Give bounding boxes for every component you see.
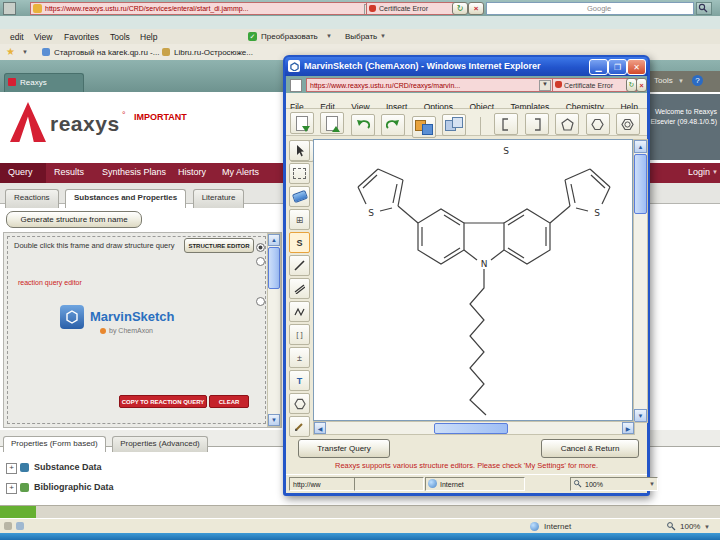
double-bond-tool[interactable] (289, 278, 310, 299)
scroll-up-arrow[interactable]: ▲ (268, 234, 280, 246)
popup-title-bar[interactable]: MarvinSketch (ChemAxon) - Windows Intern… (285, 57, 648, 76)
tab-properties-form[interactable]: Properties (Form based) (3, 436, 106, 452)
single-bond-tool[interactable] (289, 255, 310, 276)
favorite-item-1[interactable]: Стартовый на karek.qp.ru -... (54, 48, 159, 57)
text-tool[interactable]: T (289, 370, 310, 391)
zoom-chevron-icon[interactable]: ▼ (704, 524, 710, 530)
popup-certificate-badge[interactable]: Certificate Error (552, 78, 637, 92)
menu-help[interactable]: Help (140, 32, 157, 42)
bracket-open-template-icon[interactable] (494, 113, 518, 135)
template-3d-icon[interactable] (442, 114, 466, 136)
minimize-button[interactable]: ▁ (589, 59, 608, 75)
address-field[interactable]: https://www.reaxys.ustu.ru/CRD/services/… (30, 2, 378, 15)
favorites-star-icon[interactable]: ★ (6, 46, 15, 57)
login-chevron-icon[interactable]: ▼ (712, 169, 718, 175)
refresh-button[interactable]: ↻ (452, 2, 468, 15)
convert-chevron-icon[interactable]: ▼ (326, 33, 332, 39)
browser-tab-reaxys[interactable]: Reaxys (4, 73, 84, 93)
certificate-error-badge[interactable]: Certificate Error (366, 2, 462, 15)
tools-label[interactable]: Tools (654, 76, 673, 85)
status-zoom-box[interactable]: 100% ▼ (570, 477, 658, 491)
transfer-query-button[interactable]: Transfer Query (298, 439, 390, 458)
redo-icon[interactable] (381, 114, 405, 136)
cancel-return-button[interactable]: Cancel & Return (541, 439, 639, 458)
tools-chevron-icon[interactable]: ▼ (678, 78, 684, 84)
bracket-tool[interactable]: [ ] (289, 324, 310, 345)
maximize-button[interactable]: ❐ (608, 59, 627, 75)
generate-structure-button[interactable]: Generate structure from name (6, 211, 142, 228)
search-box[interactable]: Google (486, 2, 694, 15)
convert-button[interactable]: Преобразовать (261, 32, 318, 41)
structure-query-frame[interactable]: Double click this frame and draw structu… (3, 232, 282, 428)
hscroll-thumb[interactable] (434, 423, 508, 434)
eraser-tool[interactable] (289, 186, 310, 207)
expand-plus-icon[interactable]: + (6, 463, 17, 474)
expand-plus-icon[interactable]: + (6, 483, 17, 494)
stop-button[interactable]: × (468, 2, 484, 15)
import-structure-icon[interactable] (290, 112, 314, 134)
select-tool[interactable] (289, 140, 310, 161)
atom-s-tool[interactable]: S (289, 232, 310, 253)
sub-tab-literature[interactable]: Literature (193, 189, 245, 208)
undo-icon[interactable] (351, 114, 375, 136)
periodic-table-tool[interactable]: ⊞ (289, 209, 310, 230)
sub-tab-reactions[interactable]: Reactions (5, 189, 59, 208)
menu-tools[interactable]: Tools (110, 32, 130, 42)
pencil-tool[interactable] (289, 416, 310, 437)
nav-tab-my-alerts[interactable]: My Alerts (214, 163, 267, 183)
menu-edit[interactable]: edit (10, 32, 24, 42)
vscroll-thumb[interactable] (634, 154, 647, 214)
favorite-item-2[interactable]: Libru.ru-Остросюже... (174, 48, 253, 57)
export-structure-icon[interactable] (320, 112, 344, 134)
radio-option-3[interactable] (256, 297, 265, 306)
cyclohexane-template-icon[interactable] (586, 113, 610, 135)
nav-tab-history[interactable]: History (170, 163, 214, 183)
canvas-vscrollbar[interactable]: ▲ ▼ (633, 139, 648, 423)
close-button[interactable]: ✕ (627, 59, 646, 75)
clear-button[interactable]: CLEAR (209, 395, 249, 408)
login-link[interactable]: Login (688, 167, 710, 177)
scroll-down-arrow[interactable]: ▼ (268, 414, 280, 426)
popup-stop-button[interactable]: × (636, 78, 647, 92)
select-chevron-icon[interactable]: ▼ (380, 33, 386, 39)
favorites-chevron-icon[interactable]: ▼ (22, 49, 28, 55)
scroll-right-arrow[interactable]: ▶ (622, 422, 634, 434)
canvas-hscrollbar[interactable]: ◀ ▶ (313, 421, 635, 435)
help-icon[interactable]: ? (692, 75, 703, 86)
nav-tab-results[interactable]: Results (46, 163, 92, 183)
sub-tab-substances[interactable]: Substances and Properties (65, 189, 186, 208)
status-icon (16, 522, 24, 530)
benzene-template-icon[interactable] (616, 113, 640, 135)
select-button[interactable]: Выбрать (345, 32, 377, 41)
cyclopentane-template-icon[interactable] (555, 113, 579, 135)
popup-address-field[interactable]: https://www.reaxys.ustu.ru/CRD/reaxys/ma… (306, 78, 553, 92)
address-url: https://www.reaxys.ustu.ru/CRD/services/… (45, 5, 248, 12)
charge-tool[interactable]: ± (289, 347, 310, 368)
scroll-left-arrow[interactable]: ◀ (314, 422, 326, 434)
welcome-line1: Welcome to Reaxys (649, 108, 717, 115)
query-frame-scrollbar[interactable]: ▲ ▼ (267, 233, 281, 427)
view-3d-icon[interactable] (412, 116, 436, 138)
status-zoom[interactable]: 100% (680, 522, 700, 531)
copy-to-query-button[interactable]: COPY TO REACTION QUERY (119, 395, 207, 408)
chevron-down-icon[interactable]: ▼ (539, 80, 551, 91)
scroll-up-arrow[interactable]: ▲ (634, 140, 647, 153)
zoom-icon[interactable] (666, 521, 676, 531)
radio-option-1[interactable] (256, 243, 265, 252)
ring-template-tool[interactable] (289, 393, 310, 414)
bracket-close-template-icon[interactable] (525, 113, 549, 135)
zoom-chevron-icon[interactable]: ▼ (649, 481, 655, 487)
tab-properties-advanced[interactable]: Properties (Advanced) (112, 436, 208, 452)
structure-canvas[interactable]: S (313, 139, 633, 421)
nav-tab-query[interactable]: Query (0, 163, 41, 183)
search-icon[interactable] (696, 2, 712, 15)
marquee-tool[interactable] (289, 163, 310, 184)
menu-view[interactable]: View (34, 32, 52, 42)
menu-favorites[interactable]: Favorites (64, 32, 99, 42)
structure-editor-button[interactable]: STRUCTURE EDITOR (184, 238, 254, 253)
chain-tool[interactable] (289, 301, 310, 322)
radio-option-2[interactable] (256, 257, 265, 266)
scroll-thumb[interactable] (268, 247, 280, 289)
nav-tab-synthesis-plans[interactable]: Synthesis Plans (94, 163, 174, 183)
scroll-down-arrow[interactable]: ▼ (634, 409, 647, 422)
